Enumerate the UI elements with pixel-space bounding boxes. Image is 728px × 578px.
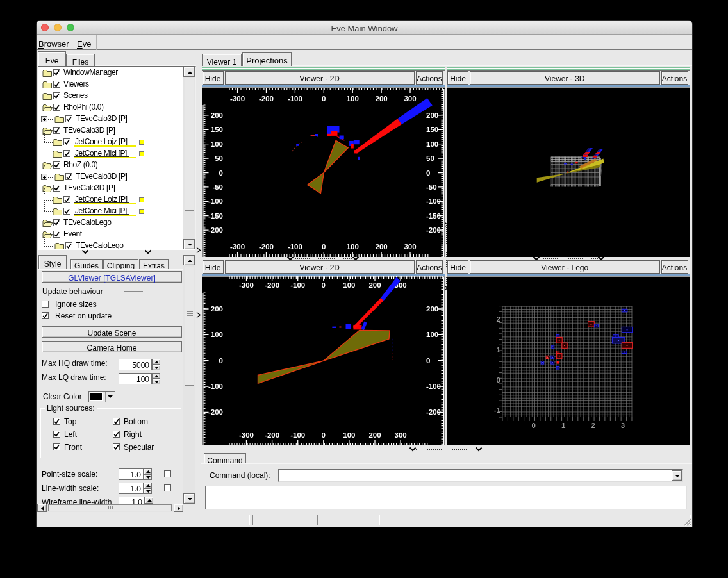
svg-text:-100: -100 [288,243,302,251]
svg-text:-200: -200 [259,243,274,251]
svg-text:100: 100 [347,95,359,103]
svg-text:-300: -300 [230,95,245,103]
svg-text:200: 200 [426,305,438,313]
svg-text:-200: -200 [208,226,223,234]
svg-text:200: 200 [368,431,381,439]
svg-text:-100: -100 [208,197,223,205]
svg-text:0: 0 [219,169,223,177]
svg-text:0: 0 [322,95,326,103]
svg-text:300: 300 [404,243,416,251]
svg-text:100: 100 [343,431,355,439]
svg-text:-200: -200 [259,95,274,103]
svg-text:150: 150 [426,126,438,133]
svg-text:0: 0 [219,357,223,365]
svg-text:100: 100 [426,331,438,338]
svg-text:100: 100 [347,243,359,251]
svg-text:-200: -200 [426,408,441,416]
svg-text:-100: -100 [290,281,305,289]
svg-text:-1: -1 [494,406,501,414]
svg-text:-150: -150 [426,212,441,220]
svg-text:100: 100 [426,140,438,148]
svg-text:100: 100 [211,140,223,148]
svg-text:3: 3 [621,422,625,429]
svg-text:300: 300 [404,95,416,103]
svg-text:-100: -100 [288,95,302,103]
svg-text:-50: -50 [426,183,437,191]
svg-text:2: 2 [497,315,500,323]
svg-text:200: 200 [376,95,388,103]
svg-text:0: 0 [497,376,500,384]
svg-text:0: 0 [531,422,535,429]
svg-text:0: 0 [426,357,430,365]
svg-text:50: 50 [215,154,223,162]
svg-text:0: 0 [426,169,430,177]
svg-text:0: 0 [322,243,326,251]
svg-text:0: 0 [322,431,326,439]
svg-text:200: 200 [368,281,381,289]
svg-text:100: 100 [211,331,223,338]
svg-text:-100: -100 [426,383,441,390]
svg-text:2: 2 [591,422,595,429]
svg-text:-200: -200 [426,226,441,234]
svg-text:0: 0 [322,281,326,289]
svg-text:-300: -300 [230,243,245,251]
svg-text:1: 1 [561,422,566,429]
svg-text:100: 100 [343,281,355,289]
svg-text:1: 1 [497,346,501,354]
svg-text:-200: -200 [208,408,223,416]
svg-text:200: 200 [376,243,388,251]
svg-text:-100: -100 [290,431,305,439]
svg-text:50: 50 [426,154,434,162]
svg-text:200: 200 [211,305,223,313]
svg-text:-200: -200 [265,281,279,289]
svg-text:-150: -150 [208,212,223,220]
svg-text:-100: -100 [426,197,441,205]
svg-text:150: 150 [211,126,223,133]
svg-text:-100: -100 [208,383,223,390]
svg-text:-50: -50 [212,183,223,191]
svg-text:-300: -300 [239,281,254,289]
svg-text:-300: -300 [239,431,254,439]
svg-text:200: 200 [426,111,438,119]
svg-text:300: 300 [395,431,407,439]
svg-text:200: 200 [211,111,223,119]
svg-text:-200: -200 [265,431,279,439]
